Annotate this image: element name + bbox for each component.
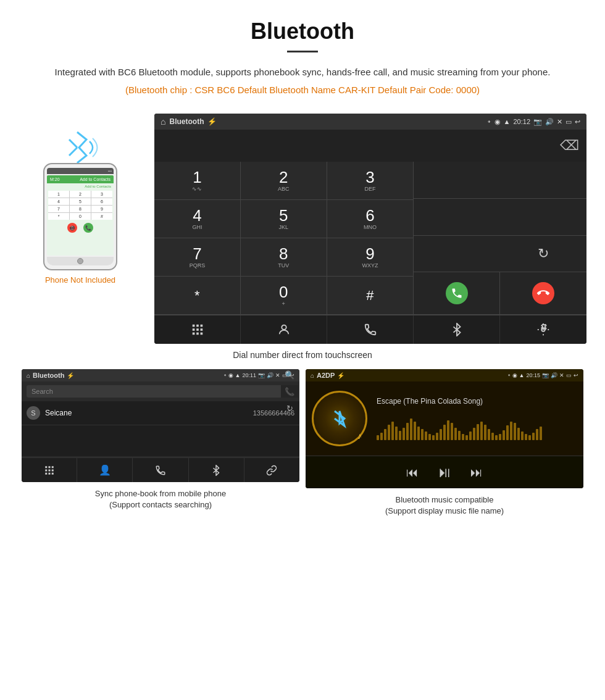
camera-icon: 📷 xyxy=(533,118,542,126)
visualizer-bar xyxy=(540,427,542,440)
visualizer-bar xyxy=(432,435,435,440)
pb-link-btn[interactable] xyxy=(244,458,299,482)
visualizer-bar xyxy=(514,423,516,440)
music-caption-line2: (Support display music file name) xyxy=(385,506,504,517)
key-4[interactable]: 4GHI xyxy=(154,200,241,238)
ms-back-icon[interactable]: ↩ xyxy=(574,372,578,378)
phonebook-caption: Sync phone-book from mobile phone (Suppo… xyxy=(92,488,229,510)
visualizer-bar xyxy=(469,431,472,440)
ms-title: A2DP xyxy=(317,372,335,379)
pb-call-icon[interactable]: 📞 xyxy=(285,387,294,396)
key-5[interactable]: 5JKL xyxy=(241,200,327,238)
prev-button[interactable]: ⏮ xyxy=(406,465,419,480)
visualizer-bar xyxy=(443,425,446,440)
key-9[interactable]: 9WXYZ xyxy=(327,238,414,277)
phone-screen: M:20 Add to Contacts Add to Contacts 123… xyxy=(47,175,114,256)
svg-rect-15 xyxy=(51,466,53,468)
call-green-icon xyxy=(446,282,468,304)
phonebook-caption-line2: (Support contacts searching) xyxy=(95,499,226,510)
pb-search-container: Search 🔍 📞 ↻ xyxy=(22,385,299,398)
visualizer-bar xyxy=(521,431,524,440)
close-icon: ✕ xyxy=(557,118,562,126)
bt-icon: ᛭ xyxy=(487,118,491,125)
phone-contacts-label: Add to Contacts xyxy=(47,183,114,190)
key-1[interactable]: 1∿∿ xyxy=(154,162,241,200)
phone-button[interactable] xyxy=(327,315,414,344)
playpause-button[interactable]: ⏯ xyxy=(437,464,452,481)
phonebook-screen: ⌂ Bluetooth ⚡ ᛭ ◉ ▲ 20:11 📷 🔊 ✕ ▭ ↩ xyxy=(22,369,299,482)
pb-search-icon[interactable]: 🔍 xyxy=(285,370,294,380)
statusbar-right: ᛭ ◉ ▲ 20:12 📷 🔊 ✕ ▭ ↩ xyxy=(487,118,580,126)
call-green-button[interactable] xyxy=(414,272,500,315)
call-red-button[interactable] xyxy=(500,272,586,315)
key-8[interactable]: 8TUV xyxy=(241,238,327,277)
action-grid: ↻ xyxy=(414,162,586,315)
visualizer-bar xyxy=(484,425,486,440)
back-icon[interactable]: ↩ xyxy=(575,118,580,126)
ms-statusbar-left: ⌂ A2DP ⚡ xyxy=(311,372,344,379)
next-button[interactable]: ⏭ xyxy=(470,465,483,480)
ms-vol-icon: 🔊 xyxy=(551,372,557,378)
key-star[interactable]: * xyxy=(154,277,241,315)
pb-bt-btn[interactable] xyxy=(189,458,244,482)
pb-phone-btn[interactable] xyxy=(133,458,188,482)
dialpad-bottom-bar xyxy=(154,315,586,344)
ms-signal-icon: ▲ xyxy=(519,372,525,378)
settings-button[interactable] xyxy=(500,315,586,344)
pb-time: 20:11 xyxy=(242,372,256,378)
music-card: ⌂ A2DP ⚡ ᛭ ◉ ▲ 20:15 📷 🔊 ✕ ▭ ↩ xyxy=(306,369,583,517)
pb-reload-icon[interactable]: ↻ xyxy=(286,404,293,413)
svg-rect-5 xyxy=(192,328,194,331)
key-2[interactable]: 2ABC xyxy=(241,162,327,200)
pb-grid-btn[interactable] xyxy=(22,458,77,482)
pb-contact-name: Seicane xyxy=(45,409,253,417)
visualizer-bar xyxy=(525,434,527,440)
page-header: Bluetooth Integrated with BC6 Bluetooth … xyxy=(0,0,605,107)
pb-contact-row[interactable]: S Seicane 13566664466 xyxy=(22,401,299,425)
ms-info: Escape (The Pina Colada Song) xyxy=(377,397,577,440)
backspace-button[interactable]: ⌫ xyxy=(560,138,579,154)
key-3[interactable]: 3DEF xyxy=(327,162,414,200)
bluetooth-button[interactable] xyxy=(414,315,500,344)
pb-search-bar[interactable]: Search xyxy=(27,385,294,398)
key-7[interactable]: 7PQRS xyxy=(154,238,241,277)
reload-button[interactable]: ↻ xyxy=(500,236,586,273)
ms-album-art: ♪ xyxy=(312,391,367,446)
ms-time: 20:15 xyxy=(526,372,540,378)
svg-rect-4 xyxy=(200,325,202,327)
phonebook-card: ⌂ Bluetooth ⚡ ᛭ ◉ ▲ 20:11 📷 🔊 ✕ ▭ ↩ xyxy=(22,369,299,517)
ms-statusbar: ⌂ A2DP ⚡ ᛭ ◉ ▲ 20:15 📷 🔊 ✕ ▭ ↩ xyxy=(306,369,583,381)
grid-button[interactable] xyxy=(154,315,241,344)
visualizer-bar xyxy=(477,424,479,440)
pb-camera-icon: 📷 xyxy=(258,372,265,378)
statusbar-left: ⌂ Bluetooth ⚡ xyxy=(161,117,217,127)
visualizer-bar xyxy=(391,422,394,440)
visualizer-bar xyxy=(380,433,383,440)
visualizer-bar xyxy=(388,425,390,440)
visualizer-bar xyxy=(451,423,453,440)
pb-title: Bluetooth xyxy=(33,372,64,379)
visualizer-bar xyxy=(421,429,424,440)
visualizer-bar xyxy=(399,431,401,440)
signal-icon: ▲ xyxy=(504,118,511,125)
visualizer-bar xyxy=(384,429,386,440)
key-0[interactable]: 0+ xyxy=(241,277,327,315)
contacts-button[interactable] xyxy=(241,315,327,344)
visualizer-bar xyxy=(465,435,468,440)
ms-usb-icon: ⚡ xyxy=(337,372,344,379)
key-hash[interactable]: # xyxy=(327,277,414,315)
visualizer-bar xyxy=(499,434,501,440)
pb-usb-icon: ⚡ xyxy=(67,372,74,379)
visualizer-bar xyxy=(440,429,442,440)
visualizer-bar xyxy=(403,428,405,440)
key-6[interactable]: 6MNO xyxy=(327,200,414,238)
visualizer-bar xyxy=(480,422,483,440)
window-icon: ▭ xyxy=(565,118,572,126)
ms-camera-icon: 📷 xyxy=(542,372,549,378)
svg-rect-6 xyxy=(196,328,199,331)
ms-close-icon: ✕ xyxy=(559,372,564,378)
visualizer-bar xyxy=(425,431,427,440)
phone-home-button xyxy=(77,258,83,264)
visualizer-bar xyxy=(406,423,409,440)
pb-person-btn[interactable]: 👤 xyxy=(77,458,133,482)
